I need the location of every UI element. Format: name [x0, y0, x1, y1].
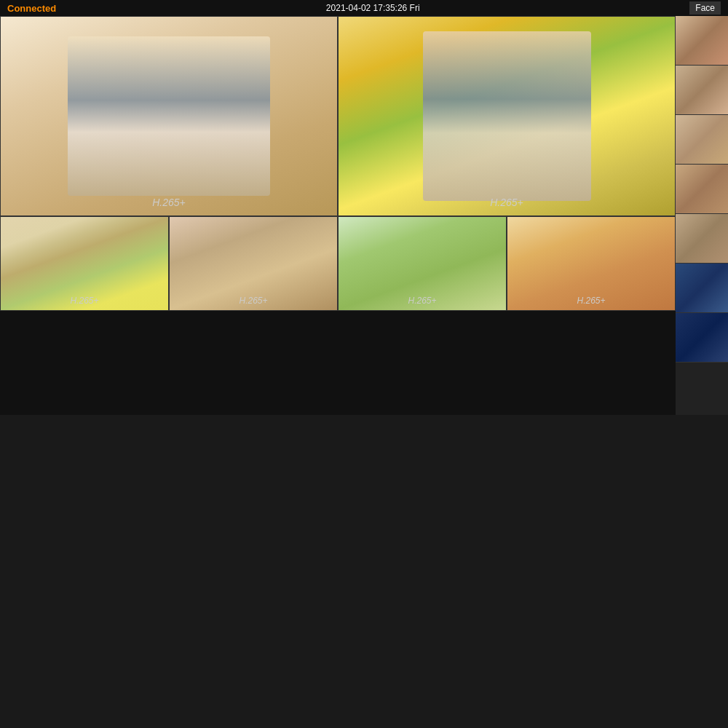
h265-label-3: H.265+ [70, 296, 98, 306]
face-thumb-3[interactable] [676, 115, 728, 165]
video-gap: H.265+ H.265+ H.265+ H.265+ [0, 216, 676, 307]
face-thumb-1[interactable] [676, 16, 728, 66]
video-panel-2[interactable]: H.265+ [338, 16, 676, 216]
h265-label-5: H.265+ [408, 296, 436, 306]
top-bar: Connected 2021-04-02 17:35:26 Fri Face [0, 0, 728, 16]
video-panel-4[interactable]: H.265+ [169, 216, 338, 311]
right-face-panel [676, 16, 728, 415]
bottom-section: Face Detction Common PlayBack Sync PlayB… [0, 415, 728, 728]
face-thumb-5[interactable] [676, 214, 728, 264]
h265-label-4: H.265+ [239, 296, 267, 306]
video-area: H.265+ H.265+ H.265+ H.265+ H.265+ H.265… [0, 16, 676, 415]
top-videos-row: H.265+ H.265+ [0, 16, 676, 216]
bottom-videos-row: H.265+ H.265+ H.265+ H.265+ [0, 216, 676, 311]
face-label: Face [689, 1, 721, 15]
video-panel-1[interactable]: H.265+ [0, 16, 338, 216]
h265-label-1: H.265+ [152, 197, 186, 208]
face-thumb-7[interactable] [676, 313, 728, 363]
connected-status: Connected [7, 3, 56, 14]
video-panel-6[interactable]: H.265+ [507, 216, 676, 311]
face-thumb-2[interactable] [676, 66, 728, 115]
face-thumb-4[interactable] [676, 165, 728, 214]
video-panel-3[interactable]: H.265+ [0, 216, 169, 311]
datetime-display: 2021-04-02 17:35:26 Fri [326, 3, 420, 13]
h265-label-2: H.265+ [490, 197, 523, 208]
video-panel-5[interactable]: H.265+ [338, 216, 507, 311]
h265-label-6: H.265+ [577, 296, 605, 306]
face-thumb-6[interactable] [676, 264, 728, 313]
